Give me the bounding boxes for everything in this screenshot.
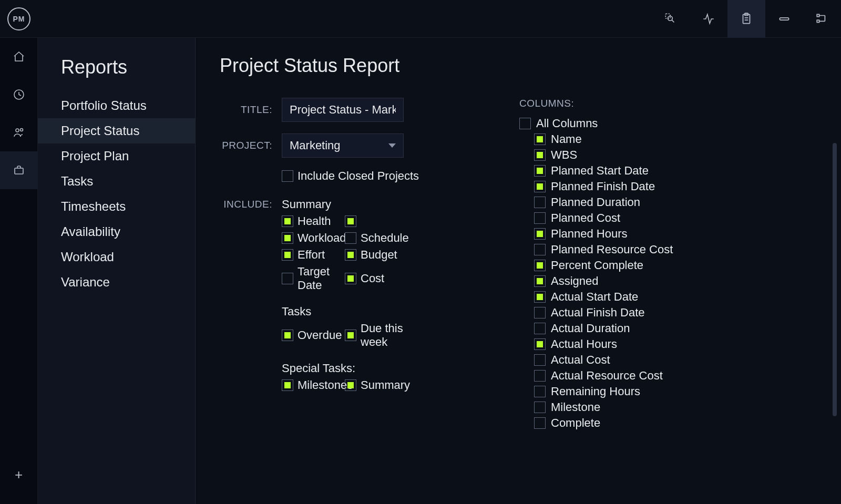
svg-point-9 xyxy=(20,129,23,131)
app-logo[interactable]: PM xyxy=(0,0,38,38)
link-icon[interactable] xyxy=(765,0,803,38)
page-title: Project Status Report xyxy=(220,55,817,77)
checkbox-box xyxy=(534,323,546,334)
checkbox-box xyxy=(282,232,293,244)
activity-icon[interactable] xyxy=(690,0,727,38)
svg-rect-4 xyxy=(780,17,788,19)
sidebar-item-project-plan[interactable]: Project Plan xyxy=(38,143,195,169)
checkbox-box xyxy=(345,273,356,284)
effort-checkbox[interactable]: Effort xyxy=(282,248,345,262)
title-label: TITLE: xyxy=(220,104,282,116)
people-icon[interactable] xyxy=(0,114,38,151)
checkbox-box xyxy=(345,249,356,261)
home-icon[interactable] xyxy=(0,38,38,76)
due-this-week-checkbox[interactable]: Due this week xyxy=(345,322,408,349)
column-planned-resource-cost[interactable]: Planned Resource Cost xyxy=(534,243,698,256)
app-logo-badge: PM xyxy=(7,7,30,30)
chevron-down-icon xyxy=(388,143,396,148)
column-wbs[interactable]: WBS xyxy=(534,148,698,162)
checkbox-box xyxy=(534,181,546,192)
svg-rect-6 xyxy=(817,20,819,22)
cost-checkbox[interactable]: Cost xyxy=(345,265,408,292)
checkbox-box xyxy=(345,379,356,391)
project-value: Marketing xyxy=(290,139,341,152)
workload-checkbox[interactable]: Workload xyxy=(282,231,345,245)
sidebar-item-availability[interactable]: Availability xyxy=(38,219,195,244)
tasks-header: Tasks xyxy=(282,305,488,318)
clock-icon[interactable] xyxy=(0,76,38,114)
briefcase-icon[interactable] xyxy=(0,151,38,189)
overdue-checkbox[interactable]: Overdue xyxy=(282,322,345,349)
budget-checkbox[interactable]: Budget xyxy=(345,248,408,262)
checkbox-box xyxy=(345,215,356,227)
column-planned-cost[interactable]: Planned Cost xyxy=(534,211,698,225)
sidebar-item-tasks[interactable]: Tasks xyxy=(38,169,195,194)
checkbox-box xyxy=(534,291,546,303)
checkbox-box xyxy=(534,260,546,271)
add-button[interactable]: + xyxy=(0,456,38,493)
columns-label: COLUMNS: xyxy=(519,98,698,109)
column-actual-finish-date[interactable]: Actual Finish Date xyxy=(534,306,698,320)
column-planned-start-date[interactable]: Planned Start Date xyxy=(534,164,698,178)
checkbox-box xyxy=(282,249,293,261)
target-date-checkbox[interactable]: Target Date xyxy=(282,265,345,292)
column-percent-complete[interactable]: Percent Complete xyxy=(534,259,698,272)
column-actual-start-date[interactable]: Actual Start Date xyxy=(534,290,698,304)
reports-sidebar: Reports Portfolio StatusProject StatusPr… xyxy=(38,38,196,504)
scrollbar-thumb[interactable] xyxy=(833,143,837,416)
checkbox-box xyxy=(534,307,546,318)
search-zoom-icon[interactable] xyxy=(652,0,690,38)
column-all[interactable]: All Columns xyxy=(519,117,698,130)
sidebar-item-project-status[interactable]: Project Status xyxy=(38,118,195,143)
checkbox-box xyxy=(534,402,546,413)
column-actual-duration[interactable]: Actual Duration xyxy=(534,322,698,335)
health-checkbox[interactable]: Health xyxy=(282,214,345,228)
sidebar-item-portfolio-status[interactable]: Portfolio Status xyxy=(38,93,195,118)
sidebar-item-variance[interactable]: Variance xyxy=(38,270,195,295)
column-milestone[interactable]: Milestone xyxy=(534,400,698,414)
report-settings-form: TITLE: PROJECT: Marketing Include Closed… xyxy=(220,98,488,430)
summary-header: Summary xyxy=(282,198,488,211)
checkbox-box xyxy=(534,275,546,287)
svg-point-8 xyxy=(16,129,19,132)
checkbox-box xyxy=(519,118,531,129)
checkbox-box xyxy=(345,330,356,341)
column-planned-hours[interactable]: Planned Hours xyxy=(534,227,698,241)
tasks-tree-icon[interactable] xyxy=(803,0,841,38)
column-actual-hours[interactable]: Actual Hours xyxy=(534,337,698,351)
checkbox-box xyxy=(534,197,546,208)
column-remaining-hours[interactable]: Remaining Hours xyxy=(534,385,698,398)
column-name[interactable]: Name xyxy=(534,132,698,146)
sidebar-item-timesheets[interactable]: Timesheets xyxy=(38,194,195,219)
include-closed-checkbox[interactable]: Include Closed Projects xyxy=(282,169,419,183)
column-complete[interactable]: Complete xyxy=(534,416,698,430)
checkbox-box xyxy=(282,215,293,227)
checkbox-box xyxy=(282,330,293,341)
columns-panel: COLUMNS: All ColumnsNameWBSPlanned Start… xyxy=(519,98,698,430)
top-bar: PM xyxy=(0,0,841,38)
clipboard-icon[interactable] xyxy=(727,0,765,38)
column-planned-duration[interactable]: Planned Duration xyxy=(534,196,698,209)
main-content: Project Status Report TITLE: PROJECT: Ma… xyxy=(196,38,841,504)
title-input[interactable] xyxy=(282,98,404,122)
checkbox-box xyxy=(534,212,546,224)
checkbox-box xyxy=(534,149,546,161)
checkbox-box xyxy=(282,170,293,182)
checkbox-box xyxy=(534,244,546,255)
checkbox-box xyxy=(534,386,546,397)
plus-icon: + xyxy=(15,468,23,481)
checkbox-box xyxy=(534,165,546,177)
project-select[interactable]: Marketing xyxy=(282,133,404,158)
include-label: INCLUDE: xyxy=(220,198,282,210)
column-actual-cost[interactable]: Actual Cost xyxy=(534,353,698,367)
sidebar-item-workload[interactable]: Workload xyxy=(38,244,195,270)
column-assigned[interactable]: Assigned xyxy=(534,274,698,288)
summary-0-1-checkbox[interactable] xyxy=(345,214,408,228)
column-planned-finish-date[interactable]: Planned Finish Date xyxy=(534,180,698,193)
checkbox-box xyxy=(282,273,293,284)
milestones-checkbox[interactable]: Milestones xyxy=(282,378,345,392)
svg-rect-5 xyxy=(817,14,819,16)
summary-checkbox[interactable]: Summary xyxy=(345,378,408,392)
schedule-checkbox[interactable]: Schedule xyxy=(345,231,408,245)
column-actual-resource-cost[interactable]: Actual Resource Cost xyxy=(534,369,698,383)
